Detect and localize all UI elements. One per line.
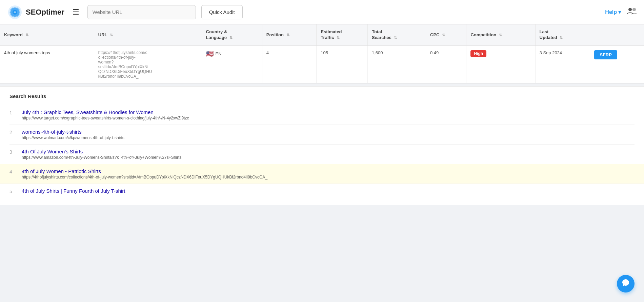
header: SEOptimer ☰ Quick Audit Help ▾ xyxy=(0,0,644,24)
hamburger-menu[interactable]: ☰ xyxy=(73,8,79,17)
help-arrow: ▾ xyxy=(618,9,621,15)
user-icon[interactable] xyxy=(626,6,637,18)
logo-icon xyxy=(7,4,23,20)
cell-position: 4 xyxy=(262,46,317,83)
result-link[interactable]: July 4th : Graphic Tees, Sweatshirts & H… xyxy=(22,109,189,115)
search-results-section: Search Results 1 July 4th : Graphic Tees… xyxy=(0,86,644,205)
result-link[interactable]: 4th Of July Women's Shirts xyxy=(22,149,181,154)
result-link[interactable]: womens-4th-of-july-t-shirts xyxy=(22,129,124,135)
th-country-language[interactable]: Country &Language ⇅ xyxy=(202,24,262,46)
list-item: 5 4th of July Shirts | Funny Fourth of J… xyxy=(9,184,635,199)
table-header-row: Keyword ⇅ URL ⇅ Country &Language ⇅ Posi… xyxy=(0,24,644,46)
result-link[interactable]: 4th of July Women - Patriotic Shirts xyxy=(22,168,267,174)
list-item: 2 womens-4th-of-july-t-shirts https://ww… xyxy=(9,125,635,145)
result-number: 2 xyxy=(9,129,16,135)
cell-serp: SERP xyxy=(590,46,644,83)
cell-total-searches: 1,600 xyxy=(368,46,426,83)
th-last-updated[interactable]: LastUpdated ⇅ xyxy=(535,24,590,46)
th-cpc[interactable]: CPC ⇅ xyxy=(426,24,466,46)
logo-text: SEOptimer xyxy=(26,8,64,17)
result-url: https://www.target.com/c/graphic-tees-sw… xyxy=(22,116,189,120)
cell-country-language: 🇺🇸 EN xyxy=(202,46,262,83)
th-last-updated-label: LastUpdated xyxy=(540,29,557,40)
cell-last-updated: 3 Sep 2024 xyxy=(535,46,590,83)
result-content: July 4th : Graphic Tees, Sweatshirts & H… xyxy=(22,109,189,120)
url-text: https://4thofjulyshirts.com/collections/… xyxy=(98,50,152,79)
cell-keyword: 4th of july womens tops xyxy=(0,46,94,83)
logo-area: SEOptimer xyxy=(7,4,64,20)
keyword-table: Keyword ⇅ URL ⇅ Country &Language ⇅ Posi… xyxy=(0,24,644,83)
cell-cpc: 0.49 xyxy=(426,46,466,83)
sort-position-icon[interactable]: ⇅ xyxy=(286,33,289,37)
result-content: 4th of July Shirts | Funny Fourth of Jul… xyxy=(22,188,125,194)
url-input[interactable] xyxy=(87,5,196,19)
result-url: https://www.walmart.com/c/kp/womens-4th-… xyxy=(22,135,124,140)
help-button[interactable]: Help ▾ xyxy=(605,9,621,15)
sort-cpc-icon[interactable]: ⇅ xyxy=(442,33,445,37)
th-cpc-label: CPC xyxy=(430,32,439,37)
header-right: Help ▾ xyxy=(605,6,637,18)
search-results-title: Search Results xyxy=(9,93,635,99)
help-label: Help xyxy=(605,9,617,15)
result-content: 4th Of July Women's Shirts https://www.a… xyxy=(22,149,181,160)
competition-badge: High xyxy=(470,50,486,57)
th-total-searches[interactable]: TotalSearches ⇅ xyxy=(368,24,426,46)
sort-traffic-icon[interactable]: ⇅ xyxy=(337,36,340,40)
cell-estimated-traffic: 105 xyxy=(317,46,368,83)
th-competition-label: Competition xyxy=(470,32,496,37)
cell-url: https://4thofjulyshirts.com/collections/… xyxy=(94,46,202,83)
result-url: https://4thofjulyshirts.com/collections/… xyxy=(22,175,267,180)
result-number: 5 xyxy=(9,188,16,194)
sort-keyword-icon[interactable]: ⇅ xyxy=(25,33,28,37)
result-link[interactable]: 4th of July Shirts | Funny Fourth of Jul… xyxy=(22,188,125,194)
svg-point-3 xyxy=(632,8,636,11)
result-number: 3 xyxy=(9,149,16,155)
result-content: womens-4th-of-july-t-shirts https://www.… xyxy=(22,129,124,140)
table-row: 4th of july womens tops https://4thofjul… xyxy=(0,46,644,83)
th-country-language-label: Country &Language xyxy=(206,29,227,40)
keyword-table-section: Keyword ⇅ URL ⇅ Country &Language ⇅ Posi… xyxy=(0,24,644,83)
list-item: 3 4th Of July Women's Shirts https://www… xyxy=(9,145,635,164)
result-url: https://www.amazon.com/4th-July-Womens-S… xyxy=(22,155,181,160)
flag-icon: 🇺🇸 xyxy=(206,50,214,58)
th-total-searches-label: TotalSearches xyxy=(372,29,391,40)
th-position[interactable]: Position ⇅ xyxy=(262,24,317,46)
th-url[interactable]: URL ⇅ xyxy=(94,24,202,46)
quick-audit-button[interactable]: Quick Audit xyxy=(201,5,243,19)
th-estimated-traffic[interactable]: EstimatedTraffic ⇅ xyxy=(317,24,368,46)
th-keyword[interactable]: Keyword ⇅ xyxy=(0,24,94,46)
th-serp xyxy=(590,24,644,46)
sort-competition-icon[interactable]: ⇅ xyxy=(499,33,502,37)
sort-country-icon[interactable]: ⇅ xyxy=(229,36,233,40)
list-item: 1 July 4th : Graphic Tees, Sweatshirts &… xyxy=(9,105,635,125)
sort-updated-icon[interactable]: ⇅ xyxy=(560,36,563,40)
language-text: EN xyxy=(216,51,222,56)
th-competition[interactable]: Competition ⇅ xyxy=(466,24,535,46)
th-position-label: Position xyxy=(266,32,284,37)
result-number: 1 xyxy=(9,109,16,115)
cell-competition: High xyxy=(466,46,535,83)
sort-url-icon[interactable]: ⇅ xyxy=(110,33,113,37)
svg-point-2 xyxy=(628,8,632,11)
th-url-label: URL xyxy=(98,32,107,37)
th-keyword-label: Keyword xyxy=(4,32,23,37)
result-content: 4th of July Women - Patriotic Shirts htt… xyxy=(22,168,267,180)
serp-button[interactable]: SERP xyxy=(594,50,617,59)
list-item: 4 4th of July Women - Patriotic Shirts h… xyxy=(0,164,644,184)
result-number: 4 xyxy=(9,168,16,174)
sort-searches-icon[interactable]: ⇅ xyxy=(394,36,397,40)
